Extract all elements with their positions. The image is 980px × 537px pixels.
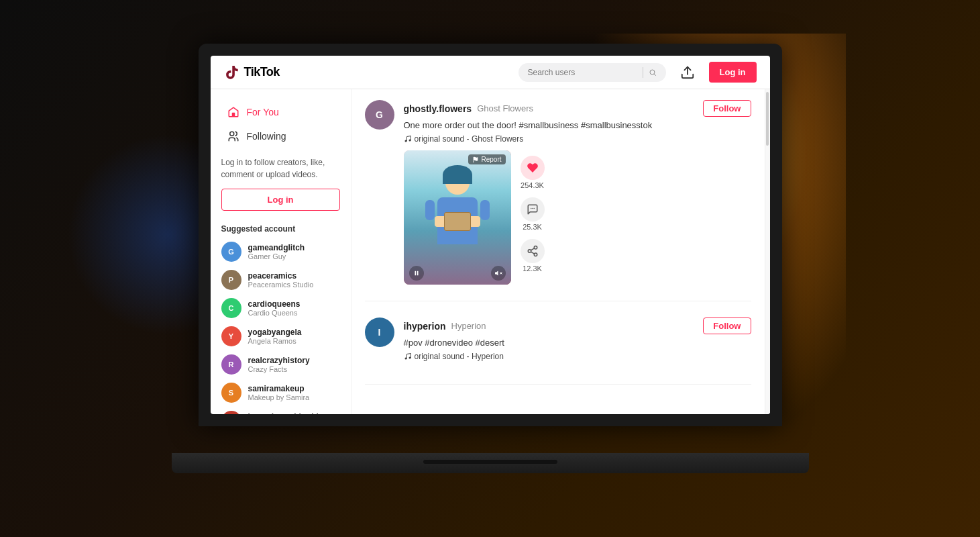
pause-button[interactable] <box>409 266 424 281</box>
heart-icon <box>527 162 539 174</box>
logo-text: TikTok <box>244 65 280 79</box>
suggested-display-1: Peaceramics Studio <box>248 281 314 289</box>
svg-point-16 <box>528 250 531 253</box>
feed-sound-post1: original sound - Ghost Flowers <box>404 134 751 144</box>
music-icon <box>404 135 412 143</box>
sidebar-login-button[interactable]: Log in <box>221 189 340 211</box>
feed-content-post1: ghostly.flowers Ghost Flowers Follow One… <box>404 100 751 285</box>
svg-point-12 <box>531 208 532 209</box>
suggested-username-6: baconbrunchbuddy <box>248 412 323 414</box>
share-icon <box>527 245 539 257</box>
suggested-item-realcrazyhistory[interactable]: R realcrazyhistory Crazy Facts <box>211 350 351 379</box>
suggested-display-0: Gamer Guy <box>248 252 305 260</box>
svg-point-20 <box>404 358 406 360</box>
suggested-item-samiramakeup[interactable]: S samiramakeup Makeup by Samira <box>211 379 351 407</box>
feed-sound-post2: original sound - Hyperion <box>404 352 751 361</box>
feed-username-post1[interactable]: ghostly.flowers <box>404 103 472 114</box>
feed-displayname-post1: Ghost Flowers <box>477 103 533 113</box>
search-icon <box>649 68 657 77</box>
following-label: Following <box>247 131 286 142</box>
svg-rect-2 <box>231 113 235 117</box>
like-button[interactable]: 254.3K <box>521 156 545 189</box>
laptop-wrapper: TikTok <box>199 44 782 473</box>
suggested-display-4: Crazy Facts <box>248 365 310 373</box>
music-icon-2 <box>404 352 412 360</box>
report-label: Report <box>481 156 501 163</box>
svg-point-21 <box>409 357 411 359</box>
laptop-bezel: TikTok <box>199 44 782 426</box>
svg-point-3 <box>229 132 233 136</box>
comment-button[interactable]: 25.3K <box>521 197 545 231</box>
tiktok-app: TikTok <box>211 56 770 414</box>
suggested-item-peaceramics[interactable]: P peaceramics Peaceramics Studio <box>211 266 351 294</box>
volume-icon <box>494 269 502 277</box>
suggested-item-yogabyangela[interactable]: Y yogabyangela Angela Ramos <box>211 322 351 350</box>
for-you-label: For You <box>247 107 279 117</box>
app-header: TikTok <box>211 56 770 89</box>
feed-displayname-post2: Hyperion <box>451 321 486 331</box>
svg-line-19 <box>531 248 534 250</box>
upload-button[interactable] <box>677 62 698 83</box>
flag-icon <box>472 156 479 163</box>
avatar-samiramakeup: S <box>221 383 241 403</box>
share-button[interactable]: 12.3K <box>521 239 545 273</box>
laptop-base <box>172 453 809 473</box>
suggested-title: Suggested account <box>211 216 351 238</box>
report-badge[interactable]: Report <box>468 154 505 164</box>
avatar-realcrazyhistory: R <box>221 354 241 375</box>
svg-rect-8 <box>417 271 418 276</box>
feed-caption-post1: One more order out the door! #smallbusin… <box>404 119 751 132</box>
follow-button-post2[interactable]: Follow <box>703 318 751 334</box>
svg-point-4 <box>404 140 406 142</box>
sidebar-item-following[interactable]: Following <box>216 124 345 148</box>
following-icon <box>227 130 240 143</box>
svg-point-15 <box>534 246 537 250</box>
suggested-item-cardioqueens[interactable]: C cardioqueens Cardio Queens <box>211 294 351 322</box>
sidebar-item-for-you[interactable]: For You <box>216 100 345 124</box>
suggested-username-5: samiramakeup <box>248 384 310 393</box>
svg-line-18 <box>531 252 534 254</box>
suggested-username-3: yogabyangela <box>248 328 302 337</box>
avatar-yogabyangela: Y <box>221 326 241 346</box>
avatar-peaceramics: P <box>221 270 241 290</box>
header-login-button[interactable]: Log in <box>709 62 757 83</box>
laptop-screen: TikTok <box>211 56 770 414</box>
feed-header-post2: ihyperion Hyperion Follow <box>404 318 751 334</box>
svg-point-14 <box>533 208 535 209</box>
avatar-gameandglitch: G <box>221 242 241 262</box>
feed-avatar-post2[interactable]: I <box>365 318 394 347</box>
avatar-cardioqueens: C <box>221 298 241 318</box>
avatar-baconbrunchbuddy: B <box>221 411 241 414</box>
scroll-indicator[interactable] <box>765 89 770 414</box>
svg-point-5 <box>409 140 411 142</box>
feed-caption-post2: #pov #dronevideo #desert <box>404 337 751 349</box>
follow-button-post1[interactable]: Follow <box>703 100 751 117</box>
suggested-display-5: Makeup by Samira <box>248 393 310 401</box>
comment-icon <box>527 203 539 215</box>
feed-avatar-post1[interactable]: G <box>365 100 394 130</box>
svg-rect-7 <box>415 271 416 276</box>
mute-button[interactable] <box>491 266 506 281</box>
video-thumbnail-post1[interactable]: Report <box>404 150 511 285</box>
feed-item-post2: I ihyperion Hyperion Follow #pov #dronev… <box>365 318 751 385</box>
app-body: For You Following <box>211 89 770 414</box>
search-divider <box>643 67 643 78</box>
video-controls <box>409 266 506 281</box>
logo-area: TikTok <box>224 64 280 81</box>
search-input[interactable] <box>528 68 637 77</box>
tiktok-logo-icon <box>224 64 240 81</box>
suggested-username-1: peaceramics <box>248 271 314 281</box>
feed-header-post1: ghostly.flowers Ghost Flowers Follow <box>404 100 751 117</box>
scroll-thumb <box>766 92 769 146</box>
suggested-item-gameandglitch[interactable]: G gameandglitch Gamer Guy <box>211 238 351 266</box>
suggested-item-baconbrunchbuddy[interactable]: B baconbrunchbuddy Bacon Buddy <box>211 407 351 414</box>
suggested-display-2: Cardio Queens <box>248 309 301 317</box>
svg-marker-9 <box>495 271 498 276</box>
pause-icon <box>413 269 420 277</box>
svg-point-17 <box>534 253 537 256</box>
search-container[interactable] <box>519 63 666 82</box>
home-icon <box>227 105 240 119</box>
feed-username-post2[interactable]: ihyperion <box>404 321 446 332</box>
suggested-username-2: cardioqueens <box>248 299 301 309</box>
upload-icon <box>680 65 695 80</box>
